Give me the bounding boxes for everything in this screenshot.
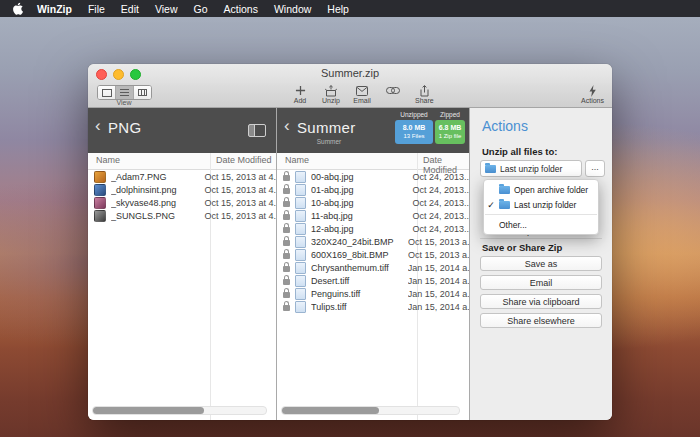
menu-item-label: Last unzip folder xyxy=(514,200,576,210)
file-row-icons xyxy=(94,197,111,209)
file-row[interactable]: 10-abq.jpgOct 24, 2013... xyxy=(277,196,469,209)
file-date: Oct 24, 2013... xyxy=(412,185,469,195)
email-button[interactable]: Email xyxy=(353,84,371,104)
add-label: Add xyxy=(294,97,306,104)
summer-column-headers: Name Date Modified xyxy=(277,153,469,170)
file-row[interactable]: 320X240_24bit.BMPOct 15, 2013 a... xyxy=(277,235,469,248)
file-icon xyxy=(295,249,306,261)
envelope-icon xyxy=(356,84,368,97)
png-file-list: _Adam7.PNGOct 15, 2013 at 4..._dolphinsi… xyxy=(88,170,276,222)
menu-item-last-unzip-folder[interactable]: ✓Last unzip folder xyxy=(484,197,598,212)
file-row[interactable]: _dolphinsint.pngOct 15, 2013 at 4... xyxy=(88,183,276,196)
file-row[interactable]: Chrysanthemum.tiffJan 15, 2014 a... xyxy=(277,261,469,274)
file-row[interactable]: 11-abq.jpgOct 24, 2013... xyxy=(277,209,469,222)
unzip-destination-dropdown[interactable]: Last unzip folder xyxy=(480,160,582,177)
scrollbar-thumb[interactable] xyxy=(93,407,204,414)
file-row-icons xyxy=(283,184,311,196)
unzip-button[interactable]: Unzip xyxy=(322,84,340,104)
file-row-icons xyxy=(283,275,311,287)
column-header-name[interactable]: Name xyxy=(285,155,309,165)
sidebar-toggle-icon[interactable] xyxy=(248,124,266,137)
save-as-button[interactable]: Save as xyxy=(480,256,602,271)
menu-item-other[interactable]: Other... xyxy=(484,217,598,232)
file-icon xyxy=(295,171,306,183)
file-name: _dolphinsint.png xyxy=(111,185,204,195)
png-horizontal-scrollbar[interactable] xyxy=(92,406,267,415)
menu-item-file[interactable]: File xyxy=(80,3,113,15)
lightning-icon xyxy=(588,84,597,97)
file-date: Jan 15, 2014 a... xyxy=(408,263,469,273)
actions-label: Actions xyxy=(581,97,604,104)
lock-icon xyxy=(283,175,290,181)
file-date: Jan 15, 2014 a... xyxy=(408,302,469,312)
file-name: 00-abq.jpg xyxy=(311,172,412,182)
file-name: Tulips.tiff xyxy=(311,302,408,312)
share-via-clipboard-button[interactable]: Share via clipboard xyxy=(480,294,602,309)
unzipped-count: 13 Files xyxy=(403,133,424,141)
menu-item-label: Other... xyxy=(499,220,527,230)
menu-item-actions[interactable]: Actions xyxy=(216,3,266,15)
file-row[interactable]: _Adam7.PNGOct 15, 2013 at 4... xyxy=(88,170,276,183)
file-date: Oct 24, 2013... xyxy=(412,172,469,182)
file-icon xyxy=(295,197,306,209)
file-row[interactable]: 600X169_8bit.BMPOct 15, 2013 a... xyxy=(277,248,469,261)
file-date: Jan 15, 2014 a... xyxy=(408,289,469,299)
summer-horizontal-scrollbar[interactable] xyxy=(281,406,460,415)
actions-panel-title: Actions xyxy=(482,118,528,134)
png-panel-title: PNG xyxy=(108,119,141,136)
add-button[interactable]: Add xyxy=(291,84,309,104)
view-caption: View xyxy=(97,99,151,106)
email-button[interactable]: Email xyxy=(480,275,602,290)
file-row-icons xyxy=(94,184,111,196)
back-chevron-icon[interactable]: ‹ xyxy=(95,116,101,136)
title-bar[interactable]: Summer.zip xyxy=(88,64,612,83)
menu-item-help[interactable]: Help xyxy=(319,3,357,15)
view-icons-button[interactable] xyxy=(98,86,116,99)
folder-icon xyxy=(499,201,510,209)
list-view-icon xyxy=(120,89,129,96)
file-row-icons xyxy=(283,262,311,274)
menu-item-window[interactable]: Window xyxy=(266,3,319,15)
actions-panel: Actions Unzip all files to: Last unzip f… xyxy=(470,108,612,420)
unzipped-size: 8.0 MB xyxy=(403,124,426,133)
file-name: 01-abq.jpg xyxy=(311,185,412,195)
apple-menu[interactable] xyxy=(12,2,23,15)
file-row[interactable]: _SUNGLS.PNGOct 15, 2013 at 4... xyxy=(88,209,276,222)
file-row[interactable]: Penguins.tiffJan 15, 2014 a... xyxy=(277,287,469,300)
file-row-icons xyxy=(283,197,311,209)
unzip-box-icon xyxy=(325,84,337,97)
window-content: ‹ PNG Name Date Modified _Adam7.PNGOct 1… xyxy=(88,108,612,420)
dropdown-more-button[interactable]: ... xyxy=(585,160,605,177)
file-row[interactable]: 12-abq.jpgOct 24, 2013... xyxy=(277,222,469,235)
lock-icon xyxy=(283,227,290,233)
view-segment-control xyxy=(97,85,152,100)
file-row[interactable]: Tulips.tiffJan 15, 2014 a... xyxy=(277,300,469,313)
menu-item-winzip[interactable]: WinZip xyxy=(29,3,80,15)
share-elsewhere-button[interactable]: Share elsewhere xyxy=(480,313,602,328)
file-row[interactable]: _skyvase48.pngOct 15, 2013 at 4... xyxy=(88,196,276,209)
file-icon xyxy=(295,288,306,300)
actions-toolbar-button[interactable]: Actions xyxy=(581,84,604,104)
file-icon xyxy=(94,184,106,196)
view-list-button[interactable] xyxy=(116,86,134,99)
back-chevron-icon[interactable]: ‹ xyxy=(284,116,290,136)
menu-item-edit[interactable]: Edit xyxy=(113,3,147,15)
menu-item-view[interactable]: View xyxy=(147,3,186,15)
folder-icon xyxy=(485,165,496,173)
column-view-icon xyxy=(138,89,147,96)
unzip-to-label: Unzip all files to: xyxy=(482,146,557,157)
file-row[interactable]: 01-abq.jpgOct 24, 2013... xyxy=(277,183,469,196)
link-button[interactable] xyxy=(384,84,402,104)
file-row[interactable]: 00-abq.jpgOct 24, 2013... xyxy=(277,170,469,183)
menu-item-open-archive-folder[interactable]: Open archive folder xyxy=(484,182,598,197)
file-date: Oct 15, 2013 at 4... xyxy=(204,198,276,208)
file-row[interactable]: Desert.tiffJan 15, 2014 a... xyxy=(277,274,469,287)
share-button[interactable]: Share xyxy=(415,84,434,104)
scrollbar-thumb[interactable] xyxy=(282,407,379,414)
save-section-label: Save or Share Zip xyxy=(482,242,562,253)
view-columns-button[interactable] xyxy=(134,86,151,99)
column-header-date[interactable]: Date Modified xyxy=(216,155,272,165)
column-header-name[interactable]: Name xyxy=(96,155,120,165)
window-title: Summer.zip xyxy=(88,67,612,79)
menu-item-go[interactable]: Go xyxy=(186,3,216,15)
